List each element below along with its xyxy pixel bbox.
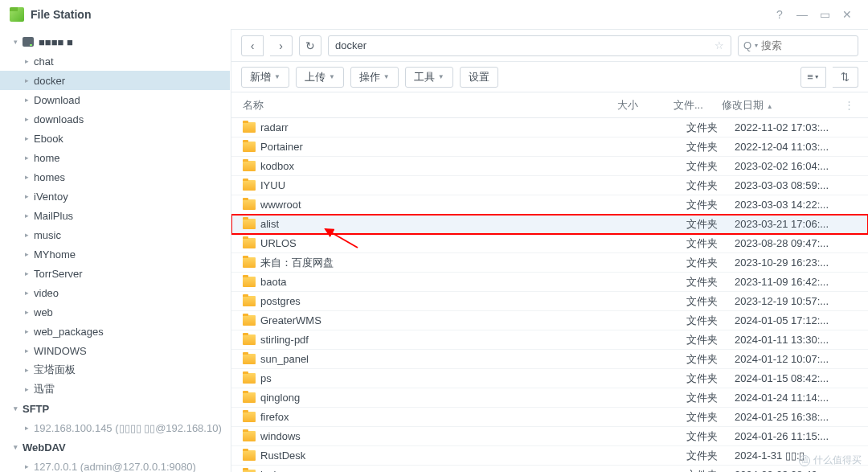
folder-icon — [243, 277, 256, 287]
view-list-button[interactable]: ≡▼ — [800, 67, 826, 88]
file-type: 文件夹 — [686, 236, 735, 251]
tree-section-sftp[interactable]: ▾ SFTP — [0, 399, 230, 418]
sidebar-item-homes[interactable]: ▸homes — [0, 167, 230, 187]
tree-root[interactable]: ▾ ■■■■ ■ — [0, 32, 230, 51]
file-type: 文件夹 — [686, 121, 735, 135]
table-row[interactable]: postgres文件夹2023-12-19 10:57:... — [231, 292, 868, 311]
disk-icon — [23, 37, 34, 47]
refresh-button[interactable]: ↻ — [299, 35, 321, 56]
table-row[interactable]: kodbox文件夹2023-02-02 16:04:... — [231, 157, 868, 176]
sidebar-item-docker[interactable]: ▸docker — [0, 71, 230, 90]
chevron-right-icon: ▸ — [23, 327, 31, 335]
file-date: 2022-12-04 11:03:... — [735, 141, 855, 153]
table-row[interactable]: qinglong文件夹2024-01-24 11:14:... — [231, 388, 868, 408]
table-row[interactable]: IYUU文件夹2023-03-03 08:59:... — [231, 176, 868, 195]
forward-button[interactable]: › — [270, 35, 293, 56]
tree-webdav-host[interactable]: ▸ 127.0.0.1 (admin@127.0.0.1:9080) — [0, 457, 230, 472]
sidebar-item-downloads[interactable]: ▸downloads — [0, 109, 230, 129]
path-bar[interactable]: docker ☆ — [328, 35, 731, 56]
header-menu[interactable]: ⋮ — [842, 99, 855, 111]
tree-label: iVentoy — [34, 191, 68, 203]
folder-icon — [243, 450, 256, 461]
sidebar-item-windows[interactable]: ▸WINDOWS — [0, 341, 230, 360]
table-row[interactable]: RustDesk文件夹2024-1-31 ▯▯:▯ — [231, 446, 868, 466]
header-date[interactable]: 修改日期 ▲ — [722, 98, 842, 113]
help-button[interactable]: ? — [768, 5, 791, 24]
sidebar-item-home[interactable]: ▸home — [0, 148, 230, 167]
app-icon — [10, 7, 24, 22]
table-row[interactable]: sun_panel文件夹2024-01-12 10:07:... — [231, 350, 868, 369]
folder-icon — [243, 161, 256, 171]
sidebar-item-torrserver[interactable]: ▸TorrServer — [0, 264, 230, 283]
table-row[interactable]: baota文件夹2023-11-09 16:42:... — [231, 273, 868, 292]
sidebar-item-ebook[interactable]: ▸Ebook — [0, 129, 230, 148]
sidebar-item-iventoy[interactable]: ▸iVentoy — [0, 187, 230, 206]
tree-sftp-host[interactable]: ▸ 192.168.100.145 (▯▯▯▯ ▯▯@192.168.10) — [0, 418, 230, 437]
maximize-button[interactable]: ▭ — [813, 5, 836, 24]
table-row[interactable]: firefox文件夹2024-01-25 16:38:... — [231, 408, 868, 427]
folder-icon — [243, 412, 256, 422]
sidebar-item-myhome[interactable]: ▸MYhome — [0, 244, 230, 264]
folder-icon — [243, 180, 256, 191]
table-row[interactable]: URLOS文件夹2023-08-28 09:47:... — [231, 234, 868, 253]
view-sort-button[interactable]: ⇅ — [833, 67, 858, 88]
search-icon: Q — [743, 39, 751, 51]
header-type[interactable]: 文件... — [674, 98, 722, 113]
sidebar-item-video[interactable]: ▸video — [0, 283, 230, 302]
folder-icon — [243, 354, 256, 364]
header-size[interactable]: 大小 — [617, 98, 674, 113]
table-row[interactable]: stirling-pdf文件夹2024-01-11 13:30:... — [231, 330, 868, 350]
chevron-right-icon: ▸ — [23, 385, 31, 393]
sidebar-item-mailplus[interactable]: ▸MailPlus — [0, 206, 230, 225]
folder-icon — [243, 238, 256, 248]
action-button[interactable]: 操作▼ — [350, 67, 399, 88]
chevron-right-icon: ▸ — [23, 269, 31, 277]
tree-label: home — [34, 152, 60, 164]
file-name: kodbox — [260, 160, 294, 172]
file-name: IYUU — [260, 179, 285, 191]
tools-button[interactable]: 工具▼ — [405, 67, 453, 88]
sidebar-item-web[interactable]: ▸web — [0, 302, 230, 322]
file-date: 2024-01-24 11:14:... — [735, 392, 855, 404]
file-name: GreaterWMS — [260, 314, 321, 326]
upload-button[interactable]: 上传▼ — [296, 67, 344, 88]
file-name: windows — [260, 430, 301, 442]
sidebar-item-download[interactable]: ▸Download — [0, 90, 230, 109]
table-row[interactable]: lucky文件夹2024-02-03 08:40:... — [231, 466, 868, 472]
sidebar-item-宝塔面板[interactable]: ▸宝塔面板 — [0, 360, 230, 380]
header-name[interactable]: 名称 — [231, 98, 617, 113]
back-button[interactable]: ‹ — [241, 35, 264, 56]
sidebar-item-迅雷[interactable]: ▸迅雷 — [0, 380, 230, 399]
sidebar-item-web_packages[interactable]: ▸web_packages — [0, 322, 230, 341]
file-type: 文件夹 — [686, 314, 735, 328]
table-row[interactable]: Portainer文件夹2022-12-04 11:03:... — [231, 137, 868, 157]
star-icon[interactable]: ☆ — [714, 39, 724, 51]
new-button[interactable]: 新增▼ — [241, 67, 289, 88]
settings-button[interactable]: 设置 — [460, 67, 498, 88]
tree-label: 迅雷 — [34, 382, 55, 396]
chevron-right-icon: ▸ — [23, 76, 31, 84]
close-button[interactable]: ✕ — [836, 5, 858, 24]
tree-label: 宝塔面板 — [34, 363, 76, 377]
chevron-right-icon: ▸ — [23, 347, 31, 355]
table-row[interactable]: GreaterWMS文件夹2024-01-05 17:12:... — [231, 311, 868, 330]
table-row[interactable]: radarr文件夹2022-11-02 17:03:... — [231, 118, 868, 137]
search-input[interactable] — [761, 39, 868, 51]
table-row[interactable]: 来自：百度网盘文件夹2023-10-29 16:23:... — [231, 253, 868, 273]
table-row[interactable]: wwwroot文件夹2023-03-03 14:22:... — [231, 195, 868, 215]
chevron-right-icon: ▸ — [23, 134, 31, 142]
tree-section-webdav[interactable]: ▾ WebDAV — [0, 437, 230, 457]
search-bar[interactable]: Q▾ — [738, 35, 858, 56]
table-row[interactable]: windows文件夹2024-01-26 11:15:... — [231, 427, 868, 446]
table-row[interactable]: alist文件夹2023-03-21 17:06:... — [231, 215, 868, 234]
tree-root-label: ■■■■ ■ — [39, 36, 73, 48]
file-name: stirling-pdf — [260, 334, 309, 346]
sidebar-item-chat[interactable]: ▸chat — [0, 51, 230, 71]
section-label: SFTP — [23, 403, 49, 415]
chevron-right-icon: ▸ — [23, 424, 31, 432]
sidebar-item-music[interactable]: ▸music — [0, 225, 230, 244]
minimize-button[interactable]: — — [791, 5, 813, 24]
file-date: 2023-02-02 16:04:... — [735, 160, 855, 172]
table-row[interactable]: ps文件夹2024-01-15 08:42:... — [231, 369, 868, 388]
file-name: 来自：百度网盘 — [260, 256, 334, 270]
